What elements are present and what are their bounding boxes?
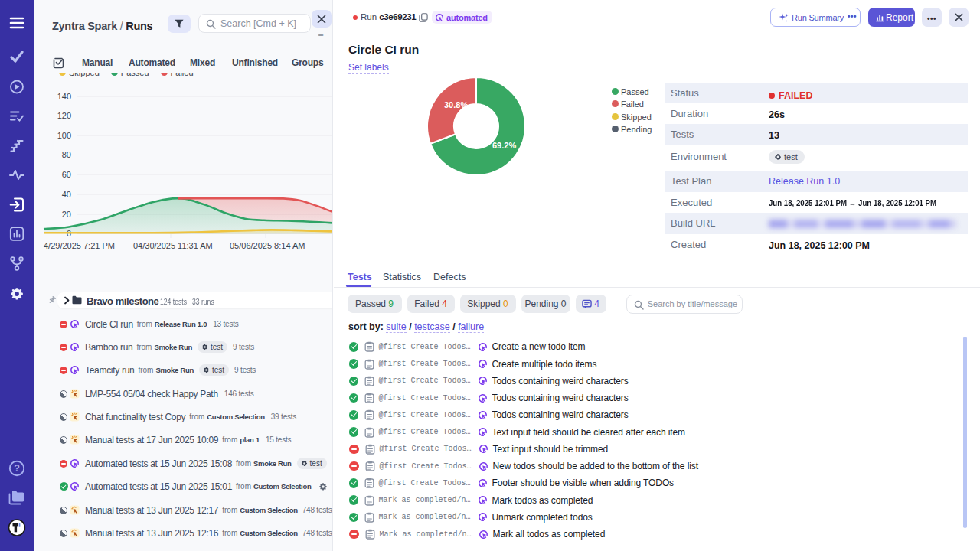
svg-text:69.2%: 69.2% bbox=[492, 141, 516, 150]
svg-text:?: ? bbox=[14, 463, 20, 474]
svg-text:30.8%: 30.8% bbox=[444, 100, 468, 109]
